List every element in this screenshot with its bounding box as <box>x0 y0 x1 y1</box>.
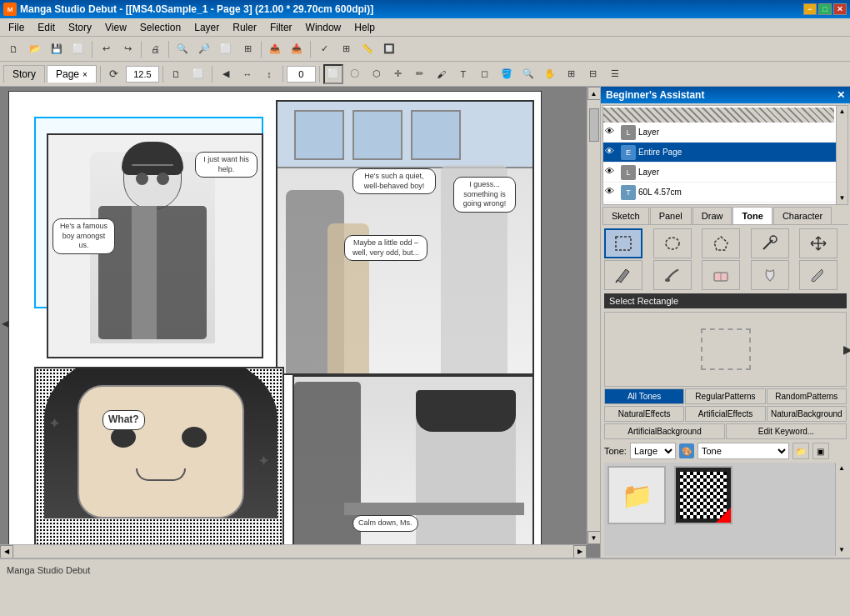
tone-cat-random[interactable]: RandomPatterns <box>767 388 847 404</box>
page-icon[interactable]: 🗋 <box>167 64 187 84</box>
layer-row-1[interactable]: 👁 L Layer <box>603 123 848 143</box>
layer-row-entire[interactable]: 👁 E Entire Page ▶ <box>603 143 848 163</box>
sel-poly-tool[interactable]: ⬡ <box>367 64 387 84</box>
tone-size-select[interactable]: Large Medium Small <box>630 443 676 459</box>
tone-poly-lasso-tool[interactable] <box>702 228 740 258</box>
layer-scroll[interactable]: ▲ ▼ <box>836 106 848 204</box>
layer-1-eye[interactable]: 👁 <box>605 126 618 139</box>
sel-rect-tool[interactable]: ⬜ <box>323 64 343 84</box>
print-setup-btn[interactable]: ⬜ <box>68 39 88 59</box>
panel-close-btn[interactable]: ✕ <box>837 89 845 101</box>
scroll-up-btn[interactable]: ▲ <box>588 87 601 100</box>
export-btn[interactable]: 📤 <box>265 39 285 59</box>
minimize-button[interactable]: − <box>803 3 817 15</box>
tone-brush-tool[interactable] <box>653 260 692 290</box>
tone-cat-keyword[interactable]: Edit Keyword... <box>726 423 847 439</box>
tone-folder-btn[interactable]: 📁 <box>792 443 809 459</box>
maximize-button[interactable]: □ <box>818 3 832 15</box>
undo-btn[interactable]: ↩ <box>96 39 116 59</box>
check-btn[interactable]: ✓ <box>314 39 334 59</box>
tone-lasso-tool[interactable] <box>653 228 692 258</box>
size-input[interactable] <box>126 66 159 83</box>
tone-cat-artificial[interactable]: ArtificialEffects <box>685 406 765 422</box>
story-tab[interactable]: Story <box>3 65 45 83</box>
sel-lasso-tool[interactable]: 〇 <box>345 64 365 84</box>
panel-expand-arrow[interactable]: ▶ <box>843 343 850 356</box>
print-btn[interactable]: 🖨 <box>145 39 165 59</box>
page-tab[interactable]: Page × <box>47 65 97 83</box>
zoom-out-btn[interactable]: 🔎 <box>194 39 214 59</box>
layer-row-60l30[interactable]: 👁 T 60L 30% <box>603 203 848 205</box>
ruler-t2[interactable]: ⊞ <box>562 64 582 84</box>
tone-move-tool[interactable] <box>799 228 838 258</box>
tone-name-select[interactable]: Tone <box>698 443 789 459</box>
new-file-btn[interactable]: 🗋 <box>3 39 23 59</box>
hand-tool[interactable]: ✋ <box>540 64 560 84</box>
tab-draw[interactable]: Draw <box>692 207 732 224</box>
tone-pen-tool[interactable] <box>604 260 642 290</box>
tone-scroll-down[interactable]: ▼ <box>836 544 847 556</box>
brush-tool[interactable]: 🖌 <box>432 64 452 84</box>
text-tool[interactable]: T <box>453 64 473 84</box>
layer-row-2[interactable]: 👁 L Layer <box>603 163 848 183</box>
move-tool[interactable]: ✛ <box>388 64 408 84</box>
tone-eyedrop-tool[interactable] <box>799 260 838 290</box>
menu-file[interactable]: File <box>2 20 31 35</box>
layer-scroll-down[interactable]: ▼ <box>837 193 848 204</box>
actual-size-btn[interactable]: ⊞ <box>238 39 258 59</box>
tone-wand-tool[interactable] <box>751 228 789 258</box>
layer-row-60l457[interactable]: 👁 T 60L 4.57cm <box>603 183 848 203</box>
tone-scroll-up[interactable]: ▲ <box>836 463 847 474</box>
tone-dodge-tool[interactable] <box>751 260 789 290</box>
menu-ruler[interactable]: Ruler <box>226 20 263 35</box>
redo-btn[interactable]: ↪ <box>118 39 138 59</box>
tab-panel[interactable]: Panel <box>650 207 692 224</box>
tab-character[interactable]: Character <box>773 207 832 224</box>
scroll-right-btn[interactable]: ▶ <box>573 545 587 558</box>
page-icon2[interactable]: ⬜ <box>188 64 208 84</box>
tone-items-scroll[interactable]: ▲ ▼ <box>835 463 847 556</box>
zoom-in-btn[interactable]: 🔍 <box>172 39 192 59</box>
grid-btn[interactable]: ⊞ <box>336 39 356 59</box>
layer-scroll-up[interactable]: ▲ <box>837 106 848 118</box>
canvas-scroll-h[interactable]: ◀ ▶ <box>0 544 587 558</box>
tone-cat-natural[interactable]: NaturalEffects <box>604 406 684 422</box>
menu-view[interactable]: View <box>98 20 133 35</box>
tone-scroll-track[interactable] <box>836 474 847 544</box>
grid-t2[interactable]: ⊟ <box>583 64 603 84</box>
layer-2-eye[interactable]: 👁 <box>605 166 618 179</box>
tone-checker-item[interactable] <box>674 466 732 524</box>
fill-tool[interactable]: 🪣 <box>497 64 517 84</box>
canvas-scroll-v[interactable]: ▲ ▼ <box>587 87 600 544</box>
tone-select-rect-tool[interactable] <box>604 228 642 258</box>
title-controls[interactable]: − □ ✕ <box>803 3 847 15</box>
layer-entire-eye[interactable]: 👁 <box>605 146 618 159</box>
flipv-btn[interactable]: ↕ <box>259 64 279 84</box>
menu-help[interactable]: Help <box>348 20 382 35</box>
open-btn[interactable]: 📂 <box>25 39 45 59</box>
menu-filter[interactable]: Filter <box>263 20 299 35</box>
tone-cat-all[interactable]: All Tones <box>604 388 684 404</box>
layer-t2[interactable]: ☰ <box>605 64 625 84</box>
page-tab-close[interactable]: × <box>82 70 88 79</box>
fit-btn[interactable]: ⬜ <box>216 39 236 59</box>
close-button[interactable]: ✕ <box>833 3 847 15</box>
scroll-left-btn[interactable]: ◀ <box>0 545 13 558</box>
tone-action-btn2[interactable]: ▣ <box>812 443 829 459</box>
tab-tone[interactable]: Tone <box>732 207 772 224</box>
ruler-btn[interactable]: 📏 <box>358 39 378 59</box>
tone-cat-naturalbg[interactable]: NaturalBackground <box>767 406 847 422</box>
scroll-thumb-v[interactable] <box>589 108 599 142</box>
tone-cat-regular[interactable]: RegularPatterns <box>685 388 765 404</box>
tone-eraser-tool[interactable] <box>702 260 740 290</box>
scroll-track-h[interactable] <box>13 545 573 558</box>
scroll-down-btn[interactable]: ▼ <box>588 531 601 544</box>
save-btn[interactable]: 💾 <box>47 39 67 59</box>
rotate-icon[interactable]: ⟳ <box>104 64 124 84</box>
tab-sketch[interactable]: Sketch <box>602 207 649 224</box>
layer-60l457-eye[interactable]: 👁 <box>605 186 618 199</box>
tone-cat-artificialbg[interactable]: ArtificialBackground <box>604 423 725 439</box>
angle-input[interactable] <box>287 66 316 83</box>
fliph-btn[interactable]: ↔ <box>238 64 258 84</box>
menu-window[interactable]: Window <box>299 20 348 35</box>
